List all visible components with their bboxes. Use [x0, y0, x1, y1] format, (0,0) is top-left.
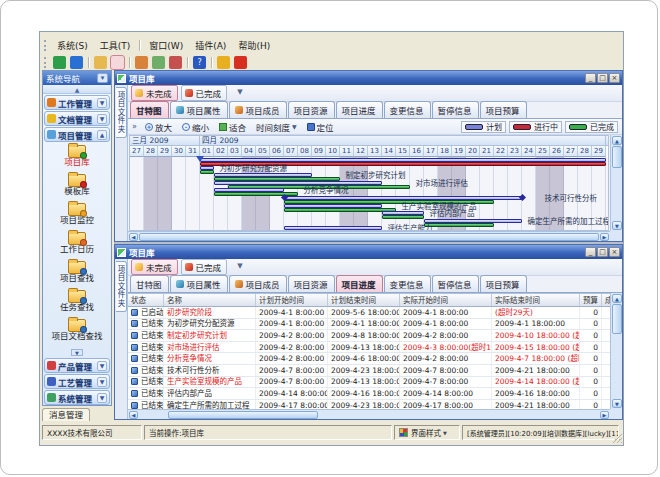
sidebar-item-0[interactable]: 项目库 [43, 144, 111, 173]
menu-item-3[interactable]: 插件(A) [189, 38, 232, 53]
minimize-button[interactable]: _ [585, 247, 596, 257]
column-header-2[interactable]: 计划开始时间 [256, 294, 328, 306]
sidebar-item-4[interactable]: 项目查找 [43, 260, 111, 289]
scroll-up-icon[interactable]: ▲ [612, 136, 622, 145]
table-row[interactable]: 已启动初步研究阶段2009-4-1 8:00:002009-5-6 18:00:… [128, 307, 610, 319]
table-row[interactable]: 已结束评估内部产品2009-4-14 8:00:002009-4-16 18:0… [128, 388, 610, 400]
table-tab-5[interactable]: 变更信息 [384, 275, 431, 292]
locate-button[interactable]: 定位 [303, 120, 338, 134]
gantt-tab-6[interactable]: 暂停信息 [432, 101, 479, 118]
open-folder-icon[interactable] [94, 56, 107, 69]
chevron-down-icon[interactable]: ▼ [97, 377, 107, 387]
gantt-window-titlebar[interactable]: 项目库 _ □ × [115, 71, 622, 85]
maximize-button[interactable]: □ [597, 73, 608, 83]
column-header-3[interactable]: 计划结束时间 [328, 294, 400, 306]
table-filter-more-button[interactable]: ▼ [234, 261, 246, 273]
sidebar-group-bottom-2[interactable]: 系统管理▼ [44, 390, 110, 405]
menu-item-0[interactable]: 系统(S) [51, 38, 94, 53]
table-tab-6[interactable]: 暂停信息 [432, 275, 479, 292]
sidebar-group-0[interactable]: 工作管理▼ [44, 95, 110, 110]
sidebar-pin-icon[interactable]: ▾ [97, 73, 108, 83]
column-header-6[interactable]: 预算 [580, 294, 602, 306]
gantt-tab-1[interactable]: 项目属性 [170, 101, 228, 118]
gantt-filter-more-button[interactable]: ▼ [234, 87, 246, 99]
table-horizontal-scrollbar[interactable]: ◀ ▶ [128, 409, 610, 419]
tab-project-folder[interactable]: 项目文件夹 [116, 261, 127, 312]
table-tab-1[interactable]: 项目属性 [170, 275, 228, 292]
sidebar-collapse-strip[interactable]: ▲ [43, 85, 111, 94]
fit-button[interactable]: 适合 [215, 120, 250, 134]
table-row[interactable]: 已结束确定生产所需的加工过程2009-4-17 8:00:002009-4-23… [128, 400, 610, 409]
sidebar-group-bottom-0[interactable]: 产品管理▼ [44, 358, 110, 373]
chevron-up-icon[interactable]: ▲ [97, 130, 107, 140]
remote-system-icon[interactable] [53, 56, 66, 69]
gantt-tab-5[interactable]: 变更信息 [384, 101, 431, 118]
report-view-icon[interactable] [152, 56, 165, 69]
chevron-down-icon[interactable]: ▼ [97, 98, 107, 108]
scroll-right-icon[interactable]: ▶ [600, 411, 609, 419]
scrollbar-thumb[interactable] [612, 146, 622, 168]
table-row[interactable]: 已结束为初步研究分配资源2009-4-1 8:00:002009-4-1 18:… [128, 319, 610, 331]
column-header-0[interactable]: 状态 [128, 294, 164, 306]
gantt-task-2[interactable]: 制定初步研究计划 [130, 172, 608, 180]
table-row[interactable]: 已结束技术可行性分析2009-4-7 8:00:002009-4-23 18:0… [128, 365, 610, 377]
sidebar-item-6[interactable]: 项目文档查找 [43, 318, 111, 347]
gantt-tab-7[interactable]: 项目预算 [480, 101, 527, 118]
gantt-tab-2[interactable]: 项目成员 [229, 101, 287, 118]
gantt-task-0[interactable] [130, 157, 608, 165]
chevron-down-icon[interactable]: ▼ [97, 114, 107, 124]
table-tab-2[interactable]: 项目成员 [229, 275, 287, 292]
column-header-5[interactable]: 实际结束时间 [492, 294, 580, 306]
table-row[interactable]: 已结束对市场进行评估2009-4-2 8:00:002009-4-13 18:0… [128, 342, 610, 354]
sidebar-item-2[interactable]: 项目监控 [43, 202, 111, 231]
scroll-left-icon[interactable]: ◀ [129, 233, 138, 241]
scroll-up-icon[interactable]: ▲ [612, 294, 622, 303]
gantt-task-8[interactable]: 确定生产所需的加工过程 [130, 218, 608, 226]
scroll-down-icon[interactable]: ▼ [612, 221, 622, 230]
column-header-7[interactable]: 成 [602, 294, 610, 306]
sidebar-group-project-0[interactable]: 项目管理▲ [44, 127, 110, 142]
table-tab-3[interactable]: 项目资源 [288, 275, 335, 292]
menu-item-2[interactable]: 窗口(W) [143, 38, 189, 53]
gantt-filter-1[interactable]: 已完成 [181, 85, 228, 101]
time-scale-dropdown[interactable]: 时间刻度▼ [252, 120, 301, 134]
close-button[interactable]: × [609, 73, 620, 83]
menu-item-4[interactable]: 帮助(H) [232, 38, 276, 53]
help-icon[interactable]: ? [193, 56, 206, 69]
gantt-task-5[interactable]: 技术可行性分析 [130, 195, 608, 203]
scroll-right-icon[interactable]: ▶ [600, 233, 609, 241]
close-button[interactable]: × [609, 247, 620, 257]
table-row[interactable]: 已结束制定初步研究计划2009-4-2 8:00:002009-4-8 18:0… [128, 330, 610, 342]
gantt-horizontal-scrollbar[interactable]: ◀ ▶ [128, 231, 610, 241]
overflow-chevron-icon[interactable]: » [132, 122, 137, 131]
table-filter-1[interactable]: 已完成 [181, 259, 228, 275]
minimize-button[interactable]: _ [585, 73, 596, 83]
sidebar-item-1[interactable]: 模板库 [43, 173, 111, 202]
report-del-icon[interactable] [169, 56, 182, 69]
scroll-down-icon[interactable]: ▼ [612, 399, 622, 408]
gantt-tab-0[interactable]: 甘特图 [130, 101, 169, 118]
sidebar-group-bottom-1[interactable]: 工艺管理▼ [44, 374, 110, 389]
scroll-left-icon[interactable]: ◀ [129, 411, 138, 419]
table-row[interactable]: 已结束分析竞争情况2009-4-2 8:00:002009-4-6 18:00:… [128, 353, 610, 365]
table-tab-0[interactable]: 甘特图 [130, 275, 169, 292]
globe-icon[interactable] [70, 56, 83, 69]
save-icon[interactable] [111, 56, 124, 69]
chevron-down-icon[interactable]: ▼ [97, 393, 107, 403]
menubar-grip[interactable] [44, 40, 47, 51]
menu-item-1[interactable]: 工具(T) [94, 38, 137, 53]
zoom-in-button[interactable]: +放大 [141, 120, 176, 134]
gantt-tab-4[interactable]: 项目进度 [336, 101, 383, 118]
table-window-titlebar[interactable]: 项目库 _ □ × [115, 245, 622, 259]
maximize-button[interactable]: □ [597, 247, 608, 257]
table-row[interactable]: 已结束生产实验室规模的产品2009-4-7 8:00:002009-4-13 1… [128, 377, 610, 389]
sidebar-scroll-down[interactable]: ▼ [43, 348, 111, 357]
report-add-icon[interactable] [135, 56, 148, 69]
ui-style-dropdown[interactable]: 界面样式 ▼ [394, 425, 460, 440]
table-tab-4[interactable]: 项目进度 [336, 275, 383, 292]
gantt-tab-3[interactable]: 项目资源 [288, 101, 335, 118]
table-filter-0[interactable]: 未完成 [131, 259, 178, 275]
table-vertical-scrollbar[interactable]: ▲ ▼ [610, 293, 622, 409]
scrollbar-thumb[interactable] [139, 233, 599, 241]
scrollbar-thumb[interactable] [612, 304, 622, 334]
